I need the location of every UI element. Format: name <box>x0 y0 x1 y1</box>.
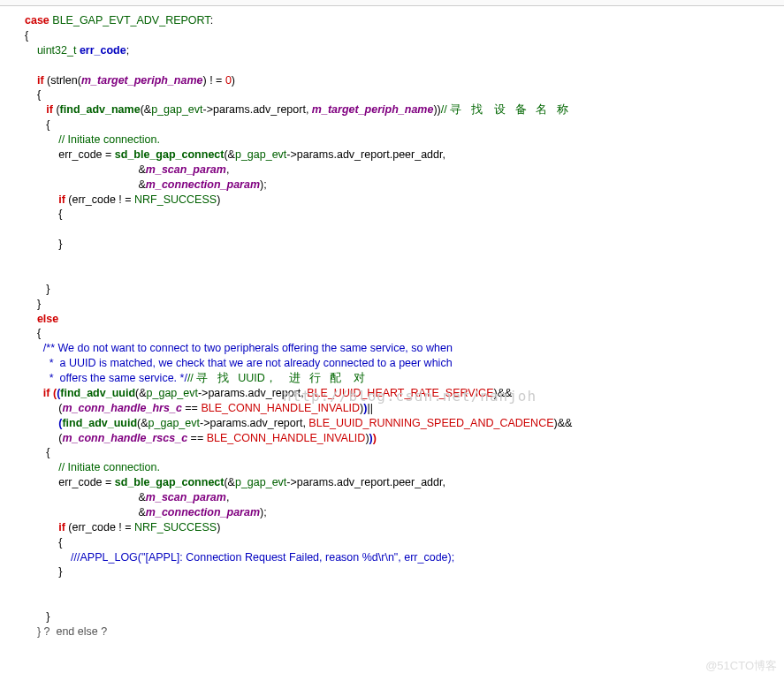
fn-sd-connect: sd_ble_gap_connect <box>115 148 225 161</box>
const-conn-invalid-2: BLE_CONN_HANDLE_INVALID <box>207 432 366 444</box>
end-else-comment: } ? end else ? <box>37 625 107 638</box>
fn-find-adv-uuid-2: find_adv_uuid <box>62 417 137 429</box>
const-nrf-success: NRF_SUCCESS <box>134 193 217 206</box>
editor-tabstrip <box>0 0 784 6</box>
keyword-else: else <box>37 313 58 325</box>
var-target-name: m_target_periph_name <box>81 74 203 87</box>
comment-initiate-1: // Initiate connection. <box>58 133 160 146</box>
fn-find-adv-uuid-1: find_adv_uuid <box>60 387 135 399</box>
code-block: case BLE_GAP_EVT_ADV_REPORT: { uint32_t … <box>0 6 784 639</box>
var-rscs-handle: m_conn_handle_rscs_c <box>62 432 187 444</box>
block-comment-line2: * a UUID is matched, we check that we ar… <box>46 357 452 369</box>
var-err-code: err_code <box>80 44 126 57</box>
const-uuid-rscs: BLE_UUID_RUNNING_SPEED_AND_CADENCE <box>308 417 553 429</box>
keyword-if: if <box>37 74 44 87</box>
comment-search-name: // 寻 找 设 备 名 称 <box>441 103 568 116</box>
block-comment-line3: * offers the same service. */ <box>46 372 187 384</box>
case-constant: BLE_GAP_EVT_ADV_REPORT <box>52 14 209 26</box>
comment-initiate-2: // Initiate connection. <box>58 461 160 473</box>
fn-strlen: strlen <box>50 74 78 87</box>
type-uint32: uint32_t <box>37 44 76 57</box>
const-conn-invalid-1: BLE_CONN_HANDLE_INVALID <box>201 402 360 414</box>
keyword-case: case <box>25 14 49 26</box>
var-hrs-handle: m_conn_handle_hrs_c <box>62 402 181 414</box>
watermark-51cto: @51CTO博客 <box>705 658 777 674</box>
comment-appl-log: ///APPL_LOG("[APPL]: Connection Request … <box>71 551 454 564</box>
block-comment-line1: /** We do not want to connect to two per… <box>43 342 453 354</box>
comment-uuid: // 寻 找 UUID， 进 行 配 对 <box>187 372 365 384</box>
const-uuid-hrs: BLE_UUID_HEART_RATE_SERVICE <box>307 387 493 399</box>
fn-find-adv-name: find_adv_name <box>60 103 141 116</box>
